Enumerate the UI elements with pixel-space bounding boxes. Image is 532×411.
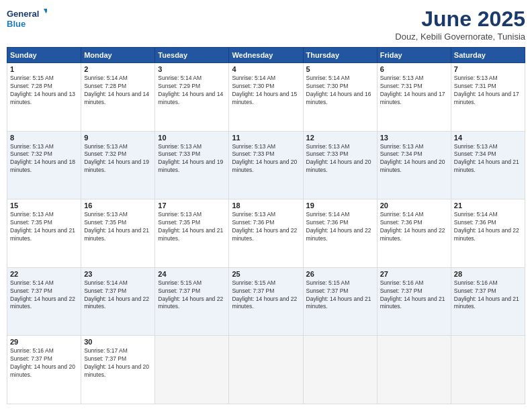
day-info: Sunrise: 5:17 AM Sunset: 7:37 PM Dayligh… [84, 347, 152, 379]
day-info: Sunrise: 5:15 AM Sunset: 7:37 PM Dayligh… [232, 279, 300, 312]
calendar-cell: 23 Sunrise: 5:14 AM Sunset: 7:37 PM Dayl… [81, 267, 155, 336]
daylight-label: Daylight: 14 hours and 22 minutes. [306, 227, 371, 242]
col-thursday: Thursday [303, 48, 377, 63]
calendar-cell: 9 Sunrise: 5:13 AM Sunset: 7:32 PM Dayli… [81, 131, 155, 199]
day-number: 15 [10, 201, 78, 210]
logo-svg: General Blue [7, 7, 47, 31]
day-number: 3 [158, 65, 226, 73]
day-number: 2 [84, 65, 152, 73]
day-number: 23 [84, 270, 152, 278]
svg-text:General: General [7, 9, 39, 19]
sunrise-label: Sunrise: 5:13 AM [454, 143, 498, 150]
daylight-label: Daylight: 14 hours and 22 minutes. [158, 295, 223, 310]
daylight-label: Daylight: 14 hours and 18 minutes. [10, 158, 75, 173]
calendar-cell: 10 Sunrise: 5:13 AM Sunset: 7:33 PM Dayl… [155, 131, 229, 199]
daylight-label: Daylight: 14 hours and 21 minutes. [10, 227, 75, 242]
sunrise-label: Sunrise: 5:14 AM [306, 75, 350, 81]
sunrise-label: Sunrise: 5:16 AM [380, 279, 424, 286]
col-monday: Monday [81, 48, 155, 63]
daylight-label: Daylight: 14 hours and 15 minutes. [232, 91, 297, 105]
day-info: Sunrise: 5:16 AM Sunset: 7:37 PM Dayligh… [454, 279, 522, 312]
day-number: 24 [158, 270, 226, 278]
day-number: 17 [158, 201, 226, 210]
calendar-cell: 19 Sunrise: 5:14 AM Sunset: 7:36 PM Dayl… [303, 199, 377, 268]
day-info: Sunrise: 5:13 AM Sunset: 7:35 PM Dayligh… [10, 211, 78, 243]
col-saturday: Saturday [451, 48, 525, 63]
sunset-label: Sunset: 7:37 PM [84, 355, 126, 362]
calendar-week-row: 29 Sunrise: 5:16 AM Sunset: 7:37 PM Dayl… [7, 336, 525, 404]
calendar-cell: 13 Sunrise: 5:13 AM Sunset: 7:34 PM Dayl… [377, 131, 451, 199]
day-number: 19 [306, 201, 374, 210]
day-info: Sunrise: 5:13 AM Sunset: 7:31 PM Dayligh… [380, 75, 448, 107]
sunset-label: Sunset: 7:36 PM [306, 219, 349, 226]
sunset-label: Sunset: 7:37 PM [380, 287, 423, 294]
daylight-label: Daylight: 14 hours and 21 minutes. [306, 295, 371, 310]
daylight-label: Daylight: 14 hours and 20 minutes. [232, 158, 297, 173]
sunrise-label: Sunrise: 5:14 AM [84, 75, 128, 81]
day-number: 12 [306, 134, 374, 142]
daylight-label: Daylight: 14 hours and 20 minutes. [84, 363, 149, 378]
sunset-label: Sunset: 7:37 PM [10, 287, 52, 294]
calendar-cell: 24 Sunrise: 5:15 AM Sunset: 7:37 PM Dayl… [155, 267, 229, 336]
col-friday: Friday [377, 48, 451, 63]
header: General Blue June 2025 Douz, Kebili Gove… [7, 7, 525, 42]
daylight-label: Daylight: 14 hours and 16 minutes. [306, 91, 371, 105]
daylight-label: Daylight: 14 hours and 21 minutes. [158, 227, 223, 242]
sunset-label: Sunset: 7:36 PM [454, 219, 496, 226]
day-info: Sunrise: 5:13 AM Sunset: 7:35 PM Dayligh… [158, 211, 226, 243]
sunrise-label: Sunrise: 5:13 AM [10, 211, 54, 218]
daylight-label: Daylight: 14 hours and 22 minutes. [84, 295, 149, 310]
day-info: Sunrise: 5:14 AM Sunset: 7:29 PM Dayligh… [158, 75, 226, 107]
calendar-page: General Blue June 2025 Douz, Kebili Gove… [0, 0, 532, 411]
day-number: 1 [10, 65, 78, 73]
sunrise-label: Sunrise: 5:13 AM [84, 143, 128, 150]
col-sunday: Sunday [7, 48, 81, 63]
sunset-label: Sunset: 7:31 PM [454, 83, 496, 89]
day-number: 29 [10, 338, 78, 346]
sunrise-label: Sunrise: 5:14 AM [232, 75, 275, 81]
day-info: Sunrise: 5:13 AM Sunset: 7:35 PM Dayligh… [84, 211, 152, 243]
day-number: 22 [10, 270, 78, 278]
col-wednesday: Wednesday [229, 48, 303, 63]
daylight-label: Daylight: 14 hours and 20 minutes. [10, 363, 75, 378]
calendar-cell: 28 Sunrise: 5:16 AM Sunset: 7:37 PM Dayl… [451, 267, 525, 336]
calendar-cell: 1 Sunrise: 5:15 AM Sunset: 7:28 PM Dayli… [7, 63, 81, 132]
calendar-cell: 11 Sunrise: 5:13 AM Sunset: 7:33 PM Dayl… [229, 131, 303, 199]
day-info: Sunrise: 5:13 AM Sunset: 7:31 PM Dayligh… [454, 75, 522, 107]
daylight-label: Daylight: 14 hours and 22 minutes. [380, 227, 445, 242]
sunrise-label: Sunrise: 5:14 AM [158, 75, 202, 81]
day-number: 11 [232, 134, 300, 142]
day-number: 14 [454, 134, 522, 142]
sunrise-label: Sunrise: 5:13 AM [10, 143, 54, 150]
sunrise-label: Sunrise: 5:13 AM [306, 143, 350, 150]
sunrise-label: Sunrise: 5:14 AM [84, 279, 128, 286]
day-info: Sunrise: 5:13 AM Sunset: 7:32 PM Dayligh… [84, 143, 152, 175]
day-number: 7 [454, 65, 522, 73]
day-info: Sunrise: 5:13 AM Sunset: 7:33 PM Dayligh… [158, 143, 226, 175]
day-number: 25 [232, 270, 300, 278]
calendar-cell: 16 Sunrise: 5:13 AM Sunset: 7:35 PM Dayl… [81, 199, 155, 268]
sunset-label: Sunset: 7:35 PM [158, 219, 200, 226]
day-number: 5 [306, 65, 374, 73]
daylight-label: Daylight: 14 hours and 19 minutes. [84, 158, 149, 173]
sunrise-label: Sunrise: 5:14 AM [380, 211, 424, 218]
calendar-cell: 3 Sunrise: 5:14 AM Sunset: 7:29 PM Dayli… [155, 63, 229, 132]
sunrise-label: Sunrise: 5:14 AM [306, 211, 350, 218]
day-number: 21 [454, 201, 522, 210]
calendar-cell: 21 Sunrise: 5:14 AM Sunset: 7:36 PM Dayl… [451, 199, 525, 268]
sunset-label: Sunset: 7:37 PM [10, 355, 52, 362]
day-info: Sunrise: 5:14 AM Sunset: 7:28 PM Dayligh… [84, 75, 152, 107]
logo: General Blue [7, 7, 47, 31]
calendar-cell [155, 336, 229, 404]
sunrise-label: Sunrise: 5:13 AM [158, 211, 202, 218]
daylight-label: Daylight: 14 hours and 14 minutes. [84, 91, 149, 105]
sunset-label: Sunset: 7:34 PM [380, 150, 423, 157]
calendar-cell: 27 Sunrise: 5:16 AM Sunset: 7:37 PM Dayl… [377, 267, 451, 336]
day-number: 18 [232, 201, 300, 210]
calendar-cell: 30 Sunrise: 5:17 AM Sunset: 7:37 PM Dayl… [81, 336, 155, 404]
daylight-label: Daylight: 14 hours and 21 minutes. [84, 227, 149, 242]
sunset-label: Sunset: 7:31 PM [380, 83, 423, 89]
sunrise-label: Sunrise: 5:13 AM [232, 143, 275, 150]
day-number: 6 [380, 65, 448, 73]
sunset-label: Sunset: 7:37 PM [454, 287, 496, 294]
